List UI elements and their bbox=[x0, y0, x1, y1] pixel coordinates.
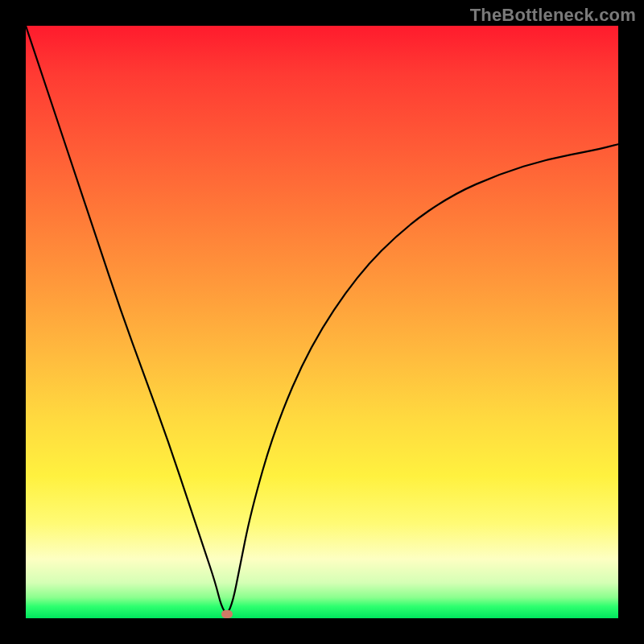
watermark: TheBottleneck.com bbox=[470, 5, 636, 26]
optimum-marker bbox=[221, 610, 233, 618]
chart-frame: TheBottleneck.com bbox=[0, 0, 644, 644]
plot-area bbox=[26, 26, 618, 618]
bottleneck-curve bbox=[26, 26, 618, 618]
